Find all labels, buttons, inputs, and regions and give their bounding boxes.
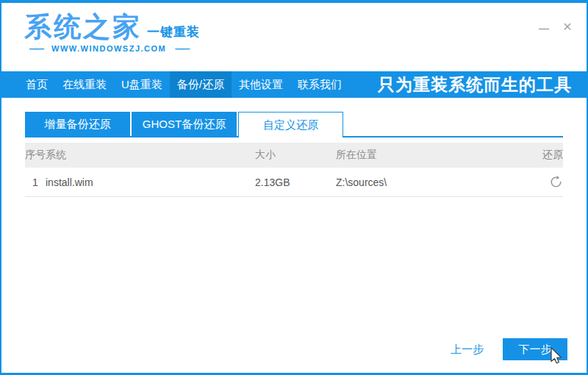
refresh-icon[interactable] [548,175,563,190]
wizard-footer: 上一步 下一步 [451,338,567,360]
header-restore: 还原 [534,149,563,162]
nav-slogan: 只为重装系统而生的工具 [378,74,587,96]
nav-item-home[interactable]: 首页 [18,71,55,98]
cell-location: Z:\sources\ [336,176,534,188]
dash-decoration-left: —— [29,44,43,53]
header-index: 序号 [25,149,46,162]
dash-decoration-right: —— [175,44,188,53]
header-system: 系统 [46,149,255,162]
close-icon[interactable]: ✕ [560,19,575,34]
brand-logo-block: 系统之家 一键重装 —— WWW.WINDOWSZJ.COM —— [24,12,200,53]
app-tagline: 一键重装 [147,24,200,40]
nav-menu: 首页 在线重装 U盘重装 备份/还原 其他设置 联系我们 [1,71,349,98]
table-row: 1 install.wim 2.13GB Z:\sources\ [25,168,563,197]
titlebar: 系统之家 一键重装 —— WWW.WINDOWSZJ.COM —— — ✕ [1,3,587,71]
header-size: 大小 [255,149,336,162]
image-file-table: 序号 系统 大小 所在位置 还原 1 install.wim 2.13GB Z:… [25,143,563,197]
cell-index: 1 [25,176,46,188]
nav-item-other-settings[interactable]: 其他设置 [232,71,290,98]
nav-item-backup-restore[interactable]: 备份/还原 [170,71,232,98]
app-window: 系统之家 一键重装 —— WWW.WINDOWSZJ.COM —— — ✕ 首页… [0,0,588,375]
main-navbar: 首页 在线重装 U盘重装 备份/还原 其他设置 联系我们 只为重装系统而生的工具 [1,71,587,98]
restore-tabstrip: 增量备份还原 GHOST备份还原 自定义还原 [25,112,563,138]
app-logo: 系统之家 [24,12,142,42]
minimize-icon[interactable]: — [537,19,551,34]
prev-step-button[interactable]: 上一步 [451,343,484,357]
cell-size: 2.13GB [255,176,336,188]
website-url: WWW.WINDOWSZJ.COM [51,44,166,53]
header-location: 所在位置 [336,149,534,162]
tab-custom-restore[interactable]: 自定义还原 [238,112,343,138]
nav-item-usb-reinstall[interactable]: U盘重装 [114,71,170,98]
tab-incremental-backup-restore[interactable]: 增量备份还原 [25,112,130,138]
next-step-button[interactable]: 下一步 [503,338,567,360]
brand-website-line: —— WWW.WINDOWSZJ.COM —— [29,44,200,53]
nav-item-online-reinstall[interactable]: 在线重装 [55,71,114,98]
tab-ghost-backup-restore[interactable]: GHOST备份还原 [132,112,237,138]
nav-item-contact-us[interactable]: 联系我们 [290,71,349,98]
content-area: 增量备份还原 GHOST备份还原 自定义还原 序号 系统 大小 所在位置 还原 … [1,112,587,197]
window-controls: — ✕ [537,19,575,34]
cell-system-filename: install.wim [46,176,255,188]
table-header-row: 序号 系统 大小 所在位置 还原 [25,143,563,168]
